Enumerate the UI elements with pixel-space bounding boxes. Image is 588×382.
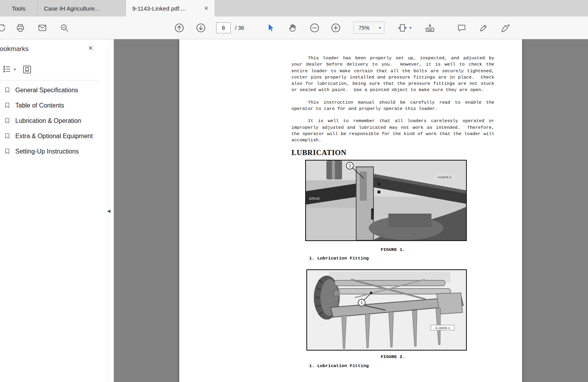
search-zoom-icon[interactable] — [59, 22, 70, 33]
next-page-icon[interactable] — [195, 22, 206, 33]
bookmark-icon — [4, 117, 11, 124]
acrobat-window: Tools Case IH Agriculture... 9-1143-Link… — [0, 0, 588, 382]
figure-2-photo: 1 A-18696-4 — [306, 269, 467, 351]
zoom-out-icon[interactable] — [309, 22, 320, 33]
bookmark-icon — [4, 148, 11, 155]
close-tab-icon[interactable]: × — [204, 5, 208, 12]
chevron-down-icon: ▾ — [379, 26, 381, 30]
bookmark-icon — [4, 133, 11, 139]
bookmarks-panel: Bookmarks × ▾ General Specifications Tab… — [0, 39, 105, 382]
bookmark-item-lubrication-operation[interactable]: Lubrication & Operation — [0, 113, 105, 128]
bookmark-label: General Specifications — [15, 87, 78, 94]
lubrication-fitting-1 — [371, 208, 374, 211]
bookmark-options-button[interactable]: ▾ — [2, 64, 16, 74]
hand-tool-icon[interactable] — [287, 22, 298, 33]
figure-2-marker: 1 — [358, 299, 365, 306]
bookmark-item-table-of-contents[interactable]: Table of Contents — [0, 98, 105, 113]
figure-2-caption: FIGURE 2. — [291, 354, 494, 360]
svg-text:A18696-5: A18696-5 — [438, 175, 451, 179]
svg-text:1: 1 — [349, 163, 351, 168]
tab-document-1-label: Case IH Agriculture... — [44, 5, 100, 12]
share-icon[interactable] — [0, 22, 7, 33]
collapse-panel-icon[interactable]: ◀ — [107, 208, 110, 213]
photo-band-text: DRIVE — [309, 197, 320, 201]
figure-1-caption: FIGURE 1. — [291, 247, 494, 253]
bookmark-label: Table of Contents — [15, 102, 64, 109]
fit-width-icon[interactable] — [397, 22, 408, 33]
pdf-page: This loader has been properly set up, in… — [179, 39, 522, 382]
select-tool-icon[interactable] — [265, 22, 276, 33]
tab-tools[interactable]: Tools — [0, 0, 37, 16]
page-content: This loader has been properly set up, in… — [291, 55, 494, 382]
bookmark-item-extra-optional-equipment[interactable]: Extra & Optional Equipment — [0, 128, 105, 144]
figure-2-legend: 1. Lubrication Fitting — [309, 363, 494, 369]
close-panel-icon[interactable]: × — [88, 44, 93, 52]
tab-bar: Tools Case IH Agriculture... 9-1143-Link… — [0, 0, 588, 16]
bookmarks-list: General Specifications Table of Contents… — [0, 82, 105, 159]
bookmark-label: Extra & Optional Equipment — [15, 133, 93, 140]
figure-1-legend: 1. Lubrication Fitting — [309, 255, 494, 261]
print-icon[interactable] — [15, 22, 26, 33]
paragraph: It is well to remember that all loaders … — [291, 118, 494, 143]
bookmark-item-general-specifications[interactable]: General Specifications — [0, 82, 105, 98]
paragraph: This instruction manual should be carefu… — [291, 99, 494, 112]
email-icon[interactable] — [37, 22, 48, 33]
document-view[interactable]: This loader has been properly set up, in… — [114, 39, 588, 382]
page-scrolling-icon[interactable] — [424, 22, 435, 33]
svg-text:A-18696-4: A-18696-4 — [435, 326, 450, 330]
comment-icon[interactable] — [456, 22, 467, 33]
zoom-level-value: 75% — [359, 25, 370, 31]
figure-1-photo: DRIVE — [305, 160, 467, 241]
panel-splitter: ◀ — [105, 39, 114, 382]
tab-document-2-label: 9-1143-Linked pdf.... — [132, 5, 186, 12]
tab-document-2-active[interactable]: 9-1143-Linked pdf.... × — [126, 0, 215, 16]
chevron-down-icon: ▾ — [14, 67, 16, 71]
bookmark-label: Setting-Up Instructions — [15, 148, 79, 155]
photo-id-tag: A18696-5 — [434, 174, 455, 179]
highlight-icon[interactable] — [478, 22, 489, 33]
figure-1-marker: 1 — [346, 162, 353, 169]
svg-text:1: 1 — [360, 300, 363, 305]
bookmark-item-setting-up-instructions[interactable]: Setting-Up Instructions — [0, 144, 105, 159]
photo-id-tag: A-18696-4 — [431, 325, 454, 330]
fit-options-chevron-icon[interactable]: ▾ — [410, 16, 411, 39]
new-bookmark-button[interactable] — [22, 64, 32, 75]
bookmarks-toolbar: ▾ — [0, 60, 99, 80]
previous-page-icon[interactable] — [174, 22, 185, 33]
bookmark-icon — [4, 102, 11, 109]
page-count-label: / 36 — [235, 16, 244, 39]
lubrication-fitting-2 — [370, 292, 372, 294]
bookmark-icon — [4, 87, 11, 93]
page-number-input[interactable] — [216, 22, 231, 33]
bookmark-label: Lubrication & Operation — [15, 117, 81, 124]
tab-document-1[interactable]: Case IH Agriculture... — [37, 0, 126, 16]
bookmarks-panel-title: Bookmarks — [0, 45, 29, 53]
zoom-in-icon[interactable] — [330, 22, 341, 33]
tab-tools-label: Tools — [12, 5, 25, 12]
toolbar: / 36 75% ▾ ▾ — [0, 16, 588, 39]
section-heading: LUBRICATION — [291, 150, 494, 156]
zoom-level-dropdown[interactable]: 75% ▾ — [353, 22, 384, 34]
fill-sign-icon[interactable] — [500, 22, 511, 33]
paragraph: This loader has been properly set up, in… — [291, 55, 494, 93]
